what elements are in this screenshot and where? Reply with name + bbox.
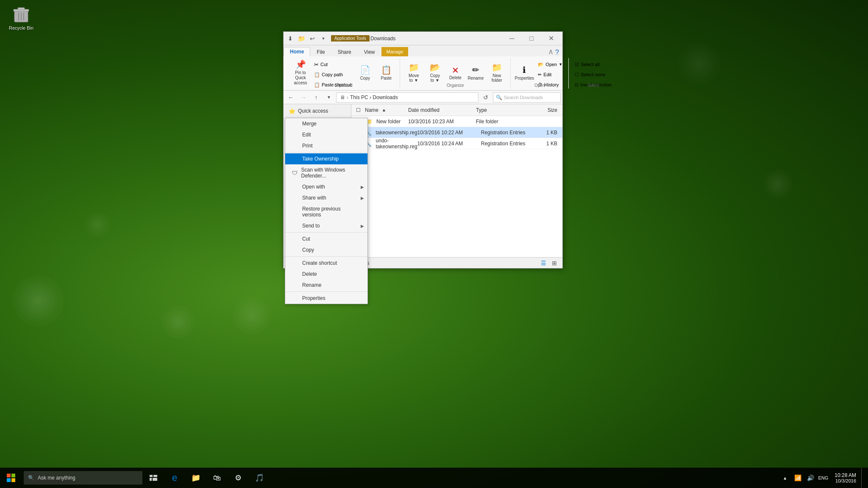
volume-icon[interactable]: 🔊	[804, 468, 817, 488]
recycle-bin-desktop-icon[interactable]: Recycle Bin	[4, 3, 38, 30]
new-folder-icon: 📁	[492, 62, 502, 72]
settings-taskbar-icon[interactable]: ⚙	[228, 468, 248, 488]
file-list: ☐ Name ▲ Date modified Type Size ☐ 📁 New…	[351, 104, 562, 257]
ribbon-group-clipboard: 📌 Pin to Quick access ✂ Cut 📋 Copy path	[287, 58, 400, 89]
up-button[interactable]: ↑	[311, 92, 322, 103]
ribbon-paste-btn[interactable]: 📋 Paste	[376, 60, 396, 85]
start-button[interactable]	[0, 468, 22, 488]
ctx-rename[interactable]: Rename	[285, 280, 367, 291]
close-button[interactable]: ✕	[541, 32, 561, 45]
tab-file[interactable]: File	[310, 47, 331, 56]
app-tools-badge: Application Tools	[331, 35, 370, 42]
title-bar: ⬇ 📁 ↩ ▼ Application Tools Downloads ─ □ …	[284, 32, 562, 45]
col-header-type[interactable]: Type	[476, 107, 535, 113]
ribbon-rename-btn[interactable]: ✏ Rename	[465, 60, 486, 85]
file-row-undo-takeownership[interactable]: ☐ 🔧 undo-takeownership.reg 10/3/2016 10:…	[351, 138, 562, 149]
maximize-button[interactable]: □	[522, 32, 541, 45]
ribbon-move-to-btn[interactable]: 📁 Moveto ▼	[403, 60, 424, 85]
ribbon-copy-path-btn[interactable]: 📋 Copy path	[312, 70, 354, 79]
ribbon-copy-btn[interactable]: 📄 Copy	[355, 60, 375, 85]
ribbon-group-select: ☑ Select all ☐ Select none ⊡ Invert sele…	[569, 58, 618, 89]
address-path[interactable]: 🖥 › This PC › Downloads	[336, 92, 479, 103]
qat-properties-btn[interactable]: ⬇	[285, 33, 295, 44]
large-icons-view-btn[interactable]: ⊞	[550, 258, 559, 268]
file-row-new-folder[interactable]: ☐ 📁 New folder 10/3/2016 10:23 AM File f…	[351, 116, 562, 127]
recycle-bin-label: Recycle Bin	[4, 25, 38, 30]
refresh-btn[interactable]: ↺	[480, 92, 491, 103]
search-icon: 🔍	[496, 94, 502, 100]
clipboard-group-label: Clipboard	[287, 83, 400, 88]
sidebar-item-quick-access[interactable]: ⭐ Quick access	[284, 106, 351, 116]
properties-icon: ℹ	[523, 65, 526, 75]
keyboard-icon[interactable]: ENG	[817, 468, 829, 488]
organize-group-label: Organize	[400, 83, 510, 88]
forward-button[interactable]: →	[298, 92, 309, 103]
header-checkbox[interactable]: ☐	[353, 107, 363, 113]
ctx-delete[interactable]: Delete	[285, 269, 367, 280]
qat-dropdown-btn[interactable]: ▼	[318, 33, 328, 44]
store-icon[interactable]: 🛍	[207, 468, 227, 488]
ctx-open-with[interactable]: Open with ▶	[285, 181, 367, 192]
copy-icon: 📄	[360, 65, 370, 75]
minimize-button[interactable]: ─	[502, 32, 522, 45]
recent-locations-btn[interactable]: ▼	[323, 92, 334, 103]
file-explorer-taskbar-icon[interactable]: 📁	[186, 468, 206, 488]
taskbar-clock[interactable]: 10:28 AM 10/3/2016	[829, 472, 861, 483]
taskbar: 🔍 Ask me anything e 📁 🛍 ⚙ 🎵 ▲ 📶 🔊	[0, 468, 868, 488]
show-hidden-icons-btn[interactable]: ▲	[779, 468, 791, 488]
qat-new-folder-btn[interactable]: 📁	[296, 33, 306, 44]
show-desktop-btn[interactable]	[861, 468, 865, 488]
back-button[interactable]: ←	[285, 92, 296, 103]
tab-manage[interactable]: Manage	[381, 47, 409, 56]
col-header-name[interactable]: Name ▲	[363, 107, 408, 113]
col-header-date[interactable]: Date modified	[408, 107, 476, 113]
ribbon-content: 📌 Pin to Quick access ✂ Cut 📋 Copy path	[284, 56, 562, 90]
ctx-send-to[interactable]: Send to ▶	[285, 220, 367, 231]
open-with-arrow: ▶	[361, 185, 364, 189]
task-view-btn[interactable]	[143, 468, 164, 488]
ribbon-select-none-btn[interactable]: ☐ Select none	[572, 70, 614, 79]
ctx-scan-defender[interactable]: 🛡 Scan with Windows Defender...	[285, 164, 367, 181]
ribbon-collapse-btn[interactable]: ∧	[548, 47, 555, 56]
tab-home[interactable]: Home	[284, 47, 310, 56]
ribbon-select-all-btn[interactable]: ☑ Select all	[572, 60, 614, 69]
ribbon: Home File Share View Manage ∧ ? 📌 Pin to…	[284, 45, 562, 91]
ribbon-new-folder-btn[interactable]: 📁 Newfolder	[487, 60, 507, 85]
ctx-take-ownership[interactable]: Take Ownership	[285, 153, 367, 164]
ctx-copy[interactable]: Copy	[285, 244, 367, 255]
qat-undo-btn[interactable]: ↩	[307, 33, 317, 44]
ribbon-help-btn[interactable]: ?	[555, 49, 562, 56]
edge-icon[interactable]: e	[164, 468, 185, 488]
ribbon-open-btn[interactable]: 📂 Open ▼	[535, 60, 565, 69]
ribbon-delete-btn[interactable]: ✕ Delete	[446, 60, 465, 85]
ribbon-copy-to-btn[interactable]: 📂 Copyto ▼	[425, 60, 445, 85]
ribbon-cut-btn[interactable]: ✂ Cut	[312, 60, 354, 69]
details-view-btn[interactable]: ☰	[539, 258, 548, 268]
ribbon-edit-btn[interactable]: ✏ Edit	[535, 70, 565, 79]
ctx-restore-versions[interactable]: Restore previous versions	[285, 203, 367, 220]
ctx-create-shortcut[interactable]: Create shortcut	[285, 258, 367, 269]
search-box[interactable]: 🔍 Search Downloads	[493, 92, 561, 103]
tab-view[interactable]: View	[358, 47, 381, 56]
svg-rect-8	[7, 478, 11, 482]
col-header-size[interactable]: Size	[535, 107, 561, 113]
ribbon-pin-quick-access-btn[interactable]: 📌 Pin to Quick access	[290, 60, 311, 85]
ctx-sep-3	[285, 256, 367, 257]
svg-rect-11	[153, 475, 157, 477]
media-player-icon[interactable]: 🎵	[249, 468, 270, 488]
address-bar: ← → ↑ ▼ 🖥 › This PC › Downloads ↺ 🔍 Sear…	[284, 91, 562, 104]
ctx-cut[interactable]: Cut	[285, 233, 367, 244]
desktop: Recycle Bin ⬇ 📁 ↩ ▼ Application Tools Do…	[0, 0, 868, 488]
tab-share[interactable]: Share	[331, 47, 358, 56]
ctx-edit[interactable]: Edit	[285, 129, 367, 140]
quick-access-icon: ⭐	[289, 108, 295, 114]
file-row-takeownership[interactable]: ☑ 🔧 takeownership.reg 10/3/2016 10:22 AM…	[351, 127, 562, 138]
ctx-print[interactable]: Print	[285, 140, 367, 151]
network-icon[interactable]: 📶	[791, 468, 804, 488]
ctx-share-with[interactable]: Share with ▶	[285, 192, 367, 203]
taskbar-search[interactable]: 🔍 Ask me anything	[24, 471, 142, 485]
ctx-properties[interactable]: Properties	[285, 293, 367, 304]
defender-icon: 🛡	[292, 170, 298, 176]
ctx-merge[interactable]: Merge	[285, 118, 367, 129]
ribbon-properties-btn[interactable]: ℹ Properties	[514, 60, 534, 85]
